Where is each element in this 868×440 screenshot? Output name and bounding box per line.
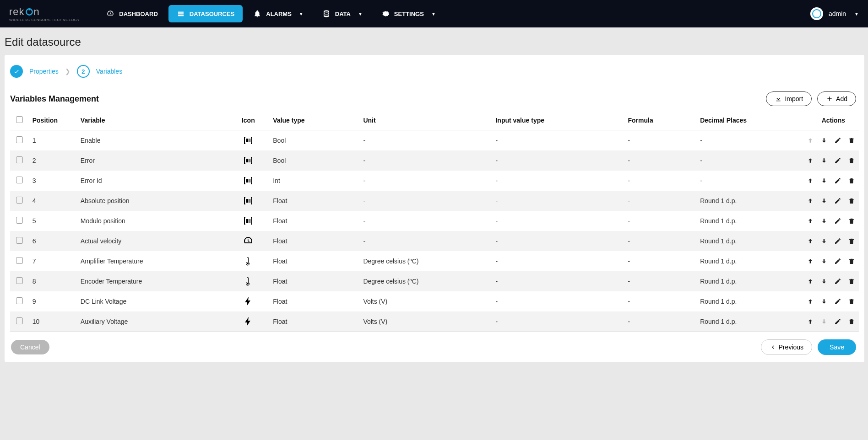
header-variable: Variable bbox=[77, 111, 227, 130]
row-checkbox[interactable] bbox=[16, 237, 23, 244]
cell-input-value-type: - bbox=[492, 311, 624, 332]
delete-button[interactable] bbox=[848, 278, 855, 285]
edit-button[interactable] bbox=[834, 137, 841, 144]
cell-formula: - bbox=[624, 211, 697, 231]
cell-position: 2 bbox=[29, 150, 77, 171]
cell-variable: Actual velocity bbox=[77, 231, 227, 251]
delete-button[interactable] bbox=[848, 217, 855, 225]
delete-button[interactable] bbox=[848, 318, 855, 325]
chevron-down-icon: ▼ bbox=[358, 11, 363, 16]
edit-button[interactable] bbox=[834, 197, 841, 204]
delete-button[interactable] bbox=[848, 177, 855, 184]
delete-button[interactable] bbox=[848, 298, 855, 305]
nav-item-settings[interactable]: SETTINGS ▼ bbox=[373, 5, 444, 22]
edit-button[interactable] bbox=[834, 278, 841, 285]
delete-button[interactable] bbox=[848, 197, 855, 204]
cell-value-type: Float bbox=[269, 191, 359, 211]
pencil-icon bbox=[834, 278, 841, 285]
cell-variable: Encoder Temperature bbox=[77, 271, 227, 291]
move-up-button[interactable] bbox=[807, 217, 814, 225]
cell-value-type: Float bbox=[269, 231, 359, 251]
row-checkbox[interactable] bbox=[16, 136, 23, 143]
edit-button[interactable] bbox=[834, 318, 841, 325]
pencil-icon bbox=[834, 217, 841, 225]
barcode-icon bbox=[231, 135, 266, 146]
header-actions: Actions bbox=[775, 111, 859, 130]
arrow-down-icon bbox=[820, 137, 828, 144]
row-checkbox[interactable] bbox=[16, 257, 23, 264]
cell-input-value-type: - bbox=[492, 251, 624, 271]
move-down-button[interactable] bbox=[820, 278, 828, 285]
delete-button[interactable] bbox=[848, 137, 855, 144]
move-down-button[interactable] bbox=[820, 298, 828, 305]
edit-button[interactable] bbox=[834, 237, 841, 245]
move-down-button[interactable] bbox=[820, 258, 828, 265]
move-down-button[interactable] bbox=[820, 137, 828, 144]
cancel-button[interactable]: Cancel bbox=[11, 340, 49, 354]
cell-decimal-places: Round 1 d.p. bbox=[696, 251, 775, 271]
table-row: 1 Enable Bool - - - - bbox=[10, 130, 859, 151]
user-menu[interactable]: admin ▼ bbox=[810, 7, 859, 20]
previous-button[interactable]: Previous bbox=[761, 339, 812, 355]
cell-position: 5 bbox=[29, 211, 77, 231]
move-down-button[interactable] bbox=[820, 157, 828, 164]
add-button[interactable]: Add bbox=[817, 91, 856, 106]
move-up-button[interactable] bbox=[807, 318, 814, 325]
header-formula: Formula bbox=[624, 111, 697, 130]
edit-button[interactable] bbox=[834, 298, 841, 305]
move-up-button[interactable] bbox=[807, 298, 814, 305]
move-up-button[interactable] bbox=[807, 177, 814, 184]
header-decimal-places: Decimal Places bbox=[696, 111, 775, 130]
cell-input-value-type: - bbox=[492, 171, 624, 191]
cell-unit: Degree celsius (ºC) bbox=[359, 271, 492, 291]
move-up-button[interactable] bbox=[807, 278, 814, 285]
edit-button[interactable] bbox=[834, 217, 841, 225]
cell-position: 9 bbox=[29, 291, 77, 311]
row-checkbox[interactable] bbox=[16, 297, 23, 304]
select-all-checkbox[interactable] bbox=[16, 116, 23, 123]
row-checkbox[interactable] bbox=[16, 217, 23, 224]
edit-button[interactable] bbox=[834, 258, 841, 265]
step-2-label[interactable]: Variables bbox=[96, 68, 122, 75]
arrow-up-icon bbox=[807, 157, 814, 164]
arrow-up-icon bbox=[807, 258, 814, 265]
edit-button[interactable] bbox=[834, 177, 841, 184]
pencil-icon bbox=[834, 237, 841, 245]
move-up-button[interactable] bbox=[807, 197, 814, 204]
table-row: 6 Actual velocity Float - - - Round 1 d.… bbox=[10, 231, 859, 251]
delete-button[interactable] bbox=[848, 157, 855, 164]
row-checkbox[interactable] bbox=[16, 177, 23, 183]
edit-button[interactable] bbox=[834, 157, 841, 164]
nav-item-datasources[interactable]: DATASOURCES bbox=[168, 5, 243, 22]
cell-decimal-places: - bbox=[696, 130, 775, 151]
cell-variable: Auxiliary Voltage bbox=[77, 311, 227, 332]
row-checkbox[interactable] bbox=[16, 156, 23, 163]
move-down-button[interactable] bbox=[820, 217, 828, 225]
nav-item-alarms[interactable]: ALARMS ▼ bbox=[245, 5, 312, 22]
move-up-button[interactable] bbox=[807, 237, 814, 245]
delete-button[interactable] bbox=[848, 258, 855, 265]
arrow-down-icon bbox=[820, 237, 828, 245]
arrow-up-icon bbox=[807, 177, 814, 184]
cell-value-type: Bool bbox=[269, 130, 359, 151]
nav-item-data[interactable]: DATA ▼ bbox=[314, 5, 371, 22]
cell-value-type: Float bbox=[269, 271, 359, 291]
move-up-button[interactable] bbox=[807, 258, 814, 265]
move-down-button[interactable] bbox=[820, 177, 828, 184]
nav-item-dashboard[interactable]: DASHBOARD bbox=[98, 5, 166, 22]
row-checkbox[interactable] bbox=[16, 317, 23, 324]
step-1-circle[interactable] bbox=[10, 65, 23, 78]
cell-formula: - bbox=[624, 171, 697, 191]
row-checkbox[interactable] bbox=[16, 277, 23, 284]
row-checkbox[interactable] bbox=[16, 197, 23, 204]
import-button[interactable]: Import bbox=[766, 91, 812, 106]
save-button[interactable]: Save bbox=[818, 339, 856, 355]
step-2-circle[interactable]: 2 bbox=[77, 65, 90, 78]
delete-button[interactable] bbox=[848, 237, 855, 245]
move-up-button[interactable] bbox=[807, 157, 814, 164]
pencil-icon bbox=[834, 177, 841, 184]
download-icon bbox=[775, 95, 782, 102]
move-down-button[interactable] bbox=[820, 197, 828, 204]
step-1-label[interactable]: Properties bbox=[29, 68, 59, 75]
move-down-button[interactable] bbox=[820, 237, 828, 245]
